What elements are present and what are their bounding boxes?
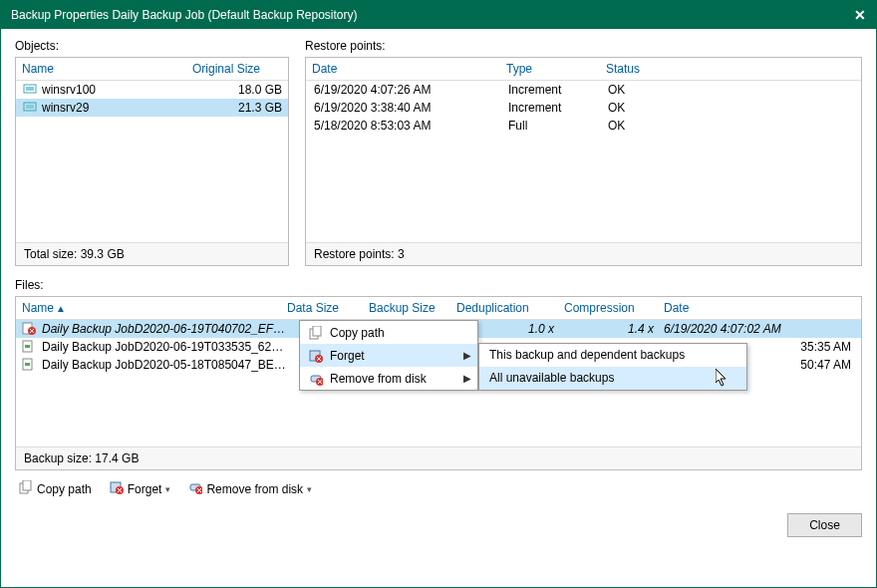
menu-copy-path[interactable]: Copy path: [300, 321, 477, 344]
copy-icon: [19, 480, 33, 497]
backup-file-icon: [22, 358, 38, 372]
bottom-toolbar: Copy path Forget ▾ Remove from disk ▾: [15, 470, 862, 507]
restore-type: Increment: [508, 83, 608, 97]
restore-col-date[interactable]: Date: [312, 62, 506, 76]
restore-row[interactable]: 6/19/2020 4:07:26 AM Increment OK: [306, 81, 861, 99]
forget-icon: [306, 349, 326, 363]
files-col-comp[interactable]: Compression: [564, 301, 664, 315]
files-col-data[interactable]: Data Size: [287, 301, 369, 315]
restore-label: Restore points:: [305, 39, 862, 53]
chevron-down-icon: ▾: [307, 484, 312, 494]
svg-rect-7: [25, 345, 30, 348]
objects-label: Objects:: [15, 39, 289, 53]
toolbar-label: Copy path: [37, 482, 92, 496]
files-body: Daily Backup JobD2020-06-19T040702_EF1..…: [16, 320, 861, 446]
submenu-arrow-icon: ▶: [463, 373, 471, 384]
restore-type: Full: [508, 119, 608, 133]
restore-date: 5/18/2020 8:53:03 AM: [314, 119, 508, 133]
svg-rect-3: [26, 105, 34, 109]
context-menu: Copy path Forget ▶ Remove from disk: [299, 320, 478, 391]
close-button[interactable]: Close: [787, 513, 862, 537]
object-row[interactable]: winsrv29 21.3 GB: [16, 99, 288, 117]
titlebar: Backup Properties Daily Backup Job (Defa…: [1, 1, 876, 29]
restore-type: Increment: [508, 101, 608, 115]
objects-panel: Name Original Size winsrv100 18.0 GB: [15, 57, 289, 266]
restore-col-type[interactable]: Type: [506, 62, 606, 76]
files-col-name[interactable]: Name ▲: [22, 301, 287, 315]
restore-status: OK: [608, 83, 853, 97]
restore-panel: Date Type Status 6/19/2020 4:07:26 AM In…: [305, 57, 862, 266]
backup-file-icon: [22, 340, 38, 354]
files-col-date[interactable]: Date: [664, 301, 859, 315]
objects-footer: Total size: 39.3 GB: [16, 242, 288, 265]
restore-date: 6/19/2020 4:07:26 AM: [314, 83, 508, 97]
object-size: 21.3 GB: [212, 101, 282, 115]
submenu-arrow-icon: ▶: [463, 350, 471, 361]
vm-icon: [22, 83, 38, 97]
menu-label: Copy path: [330, 326, 471, 340]
file-name: Daily Backup JobD2020-05-18T085047_BE9..…: [42, 358, 287, 372]
copy-icon: [306, 326, 326, 340]
file-date-partial: 35:35 AM: [800, 340, 851, 354]
svg-rect-1: [26, 87, 34, 91]
copy-path-button[interactable]: Copy path: [19, 480, 92, 497]
restore-status: OK: [608, 119, 853, 133]
objects-body: winsrv100 18.0 GB winsrv29 21.3 GB: [16, 81, 288, 242]
window-title: Backup Properties Daily Backup Job (Defa…: [11, 1, 358, 29]
restore-col-status[interactable]: Status: [606, 62, 855, 76]
menu-label: Remove from disk: [330, 372, 463, 386]
file-name: Daily Backup JobD2020-06-19T033535_62D..…: [42, 340, 287, 354]
forget-icon: [110, 480, 124, 497]
close-icon[interactable]: ✕: [854, 1, 866, 29]
chevron-down-icon: ▾: [165, 484, 170, 494]
files-panel: Name ▲ Data Size Backup Size Deduplicati…: [15, 296, 862, 470]
svg-rect-9: [25, 363, 30, 366]
restore-body: 6/19/2020 4:07:26 AM Increment OK 6/19/2…: [306, 81, 861, 242]
forget-submenu: This backup and dependent backups All un…: [478, 343, 747, 391]
restore-row[interactable]: 6/19/2020 3:38:40 AM Increment OK: [306, 99, 861, 117]
restore-row[interactable]: 5/18/2020 8:53:03 AM Full OK: [306, 117, 861, 135]
object-name: winsrv29: [42, 101, 212, 115]
objects-col-size[interactable]: Original Size: [192, 62, 282, 76]
remove-from-disk-button[interactable]: Remove from disk ▾: [188, 480, 312, 497]
files-label: Files:: [15, 278, 862, 292]
svg-rect-11: [313, 326, 321, 336]
file-date: 6/19/2020 4:07:02 AM: [664, 322, 859, 336]
submenu-all-unavailable[interactable]: All unavailable backups: [479, 367, 746, 390]
object-name: winsrv100: [42, 83, 212, 97]
sort-asc-icon: ▲: [56, 303, 66, 314]
forget-button[interactable]: Forget ▾: [110, 480, 171, 497]
file-name: Daily Backup JobD2020-06-19T040702_EF1..…: [42, 322, 287, 336]
file-comp: 1.4 x: [564, 322, 664, 336]
files-col-dedup[interactable]: Deduplication: [456, 301, 564, 315]
vm-icon: [22, 101, 38, 115]
submenu-this-backup[interactable]: This backup and dependent backups: [479, 344, 746, 367]
files-footer: Backup size: 17.4 GB: [16, 446, 861, 469]
objects-col-name[interactable]: Name: [22, 62, 192, 76]
restore-footer: Restore points: 3: [306, 242, 861, 265]
menu-forget[interactable]: Forget ▶: [300, 344, 477, 367]
remove-icon: [188, 480, 202, 497]
svg-rect-17: [23, 480, 31, 490]
files-col-backup[interactable]: Backup Size: [369, 301, 456, 315]
toolbar-label: Remove from disk: [206, 482, 303, 496]
restore-status: OK: [608, 101, 853, 115]
menu-label: Forget: [330, 349, 463, 363]
object-row[interactable]: winsrv100 18.0 GB: [16, 81, 288, 99]
menu-remove-from-disk[interactable]: Remove from disk ▶: [300, 367, 477, 390]
object-size: 18.0 GB: [212, 83, 282, 97]
backup-file-error-icon: [22, 322, 38, 336]
toolbar-label: Forget: [128, 482, 162, 496]
remove-icon: [306, 372, 326, 386]
file-date-partial: 50:47 AM: [800, 358, 851, 372]
restore-date: 6/19/2020 3:38:40 AM: [314, 101, 508, 115]
